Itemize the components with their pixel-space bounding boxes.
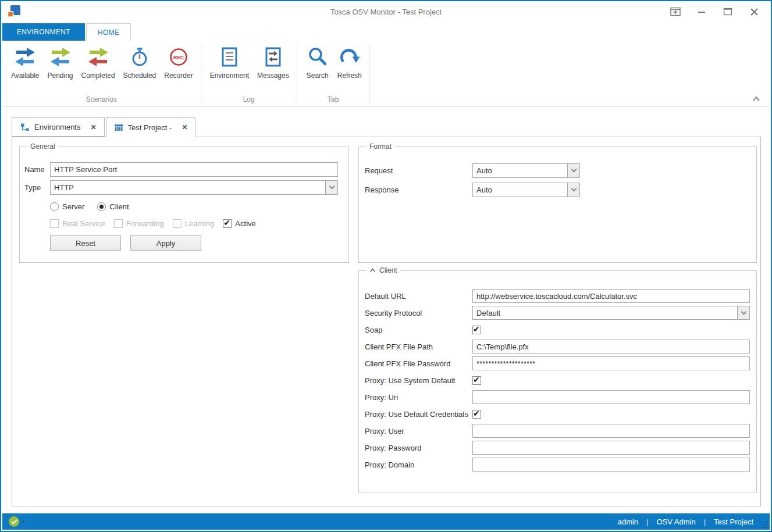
ribbon-group-tab: Search Refresh Tab [297,41,369,106]
ribbon-button-pending[interactable]: Pending [43,44,77,82]
response-format-combo[interactable]: Auto [472,183,580,197]
status-project: Test Project [714,517,753,526]
ribbon-group-log: Environment Messages Log [201,41,297,106]
chevron-down-icon [741,309,746,315]
client-groupbox: Client Default URL Security Protocol Def… [358,270,757,492]
collapse-section-chevron-up-icon[interactable] [369,268,376,273]
proxy-use-system-default-label: Proxy: Use System Default [365,376,472,385]
proxy-use-system-default-row: Proxy: Use System Default [365,373,750,387]
security-protocol-label: Security Protocol [365,309,472,317]
real-service-checkbox-option: Real Service [50,219,105,228]
log-document-icon [218,47,241,67]
security-protocol-row: Security Protocol Default [365,306,750,320]
ribbon-button-label: Pending [47,72,73,80]
proxy-use-default-credentials-checkbox[interactable] [472,410,481,419]
radio-icon[interactable] [97,202,106,211]
type-row: Type HTTP [24,180,338,195]
proxy-uri-input[interactable] [472,390,750,404]
checkbox-icon [114,219,123,228]
ribbon-button-recorder[interactable]: REC Recorder [160,44,197,82]
options-checkbox-group: Real Service Forwarding Learning Ac [50,219,338,228]
tab-home[interactable]: HOME [86,23,131,41]
client-pfx-file-password-row: Client PFX File Password [365,356,750,370]
titlebar: Tosca OSV Monitor - Test Project [1,1,771,22]
app-logo-icon [6,4,22,19]
proxy-user-row: Proxy: User [365,424,750,438]
soap-checkbox[interactable] [472,326,481,334]
ribbon-button-scheduled[interactable]: Scheduled [119,44,161,82]
ribbon-button-label: Available [11,72,39,80]
combo-dropdown-button[interactable] [325,181,337,194]
combo-dropdown-button[interactable] [567,164,579,177]
proxy-user-input[interactable] [472,424,750,438]
learning-label: Learning [185,219,215,228]
proxy-password-input[interactable] [472,441,750,455]
chevron-down-icon [571,167,577,173]
status-role: OSV Admin [656,517,695,526]
radio-icon[interactable] [50,202,59,211]
default-url-row: Default URL [365,289,750,303]
name-row: Name [24,162,338,177]
tab-environment[interactable]: ENVIRONMENT [2,23,85,41]
client-pfx-file-path-label: Client PFX File Path [365,342,472,351]
status-separator: | [704,517,706,526]
proxy-password-row: Proxy: Password [365,441,750,455]
ribbon-group-caption: Log [202,95,296,106]
proxy-domain-input[interactable] [472,458,750,472]
close-icon[interactable]: ✕ [182,123,187,131]
ribbon-button-search[interactable]: Search [302,44,333,82]
client-radio-option[interactable]: Client [97,202,129,211]
pin-window-icon[interactable] [670,6,681,17]
doc-tab-test-project[interactable]: Test Project - ✕ [106,117,196,137]
ribbon-button-available[interactable]: Available [7,44,43,82]
app-window: Tosca OSV Monitor - Test Project [0,0,772,532]
collapse-ribbon-chevron-up-icon[interactable] [752,96,760,102]
active-label: Active [235,219,255,228]
ribbon-button-refresh[interactable]: Refresh [333,44,366,82]
doc-tab-environments[interactable]: Environments ✕ [12,117,105,137]
security-protocol-combo[interactable]: Default [472,306,750,320]
resize-grip[interactable] [761,522,768,529]
refresh-icon [338,47,361,67]
doc-tab-label: Test Project - [128,123,172,132]
status-ok-icon[interactable] [9,516,19,527]
default-url-input[interactable] [472,289,750,303]
learning-checkbox-option: Learning [173,219,215,228]
proxy-domain-label: Proxy: Domain [365,460,472,469]
client-pfx-file-password-input[interactable] [472,356,750,370]
building-icon [114,123,123,132]
name-input[interactable] [50,162,338,177]
status-dropdown-caret-icon[interactable]: ▾ [22,519,25,524]
request-format-combo[interactable]: Auto [472,163,580,178]
type-combo[interactable]: HTTP [50,180,338,195]
ribbon-button-environment[interactable]: Environment [206,44,253,82]
format-groupbox: Format Request Auto Response Auto [358,147,757,263]
reset-button[interactable]: Reset [50,235,121,251]
ribbon: Available Pending Completed [2,41,770,107]
active-checkbox-option[interactable]: Active [223,219,255,228]
status-bar: ▾ admin | OSV Admin | Test Project [2,513,770,530]
ribbon-group-caption: Scenarios [3,95,200,106]
proxy-use-system-default-checkbox[interactable] [472,376,481,385]
ribbon-button-completed[interactable]: Completed [77,44,119,82]
ribbon-button-label: Completed [81,72,115,80]
client-pfx-file-path-input[interactable] [472,340,750,354]
close-icon[interactable]: ✕ [90,123,96,131]
checkbox-icon[interactable] [223,219,232,228]
maximize-icon[interactable] [723,6,733,17]
ribbon-button-messages[interactable]: Messages [253,44,293,82]
ribbon-button-label: Recorder [164,72,193,80]
minimize-icon[interactable] [696,6,707,17]
apply-button[interactable]: Apply [130,235,201,251]
ribbon-button-label: Messages [257,72,289,80]
proxy-password-label: Proxy: Password [365,444,472,452]
close-icon[interactable] [749,6,759,17]
server-radio-option[interactable]: Server [50,202,84,211]
combo-dropdown-button[interactable] [737,306,749,319]
response-combo-value: Auto [473,183,567,197]
proxy-uri-label: Proxy: Uri [365,393,472,402]
proxy-uri-row: Proxy: Uri [365,390,750,404]
combo-dropdown-button[interactable] [567,183,579,197]
ribbon-group-scenarios: Available Pending Completed [2,41,201,106]
swap-arrows-icon [87,47,110,67]
